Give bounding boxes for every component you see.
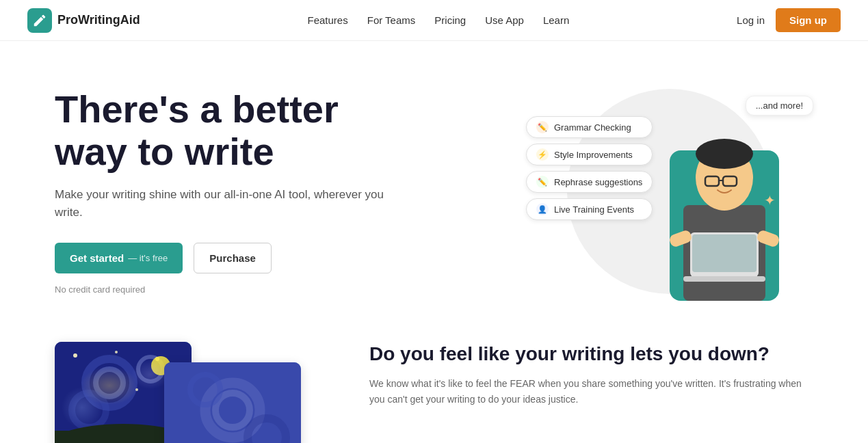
no-credit-text: No credit card required	[55, 284, 410, 295]
pill-style-label: Style Improvements	[554, 150, 633, 160]
svg-point-3	[696, 139, 753, 169]
hero-title: There's a better way to write	[55, 88, 410, 172]
hero-illustration: ✦	[649, 96, 800, 301]
svg-point-15	[96, 369, 123, 397]
navbar: ProWritingAid Features For Teams Pricing…	[0, 0, 868, 41]
training-icon: 👤	[536, 203, 549, 215]
pill-training: 👤 Live Training Events	[526, 198, 653, 220]
pill-rephrase-label: Rephrase suggestions	[554, 177, 642, 187]
pill-grammar-label: Grammar Checking	[554, 122, 631, 133]
pill-style: ⚡ Style Improvements	[526, 144, 653, 165]
hero-buttons: Get started — it's free Purchase	[55, 243, 410, 273]
nav-use-app[interactable]: Use App	[485, 14, 524, 26]
nav-for-teams[interactable]: For Teams	[367, 14, 416, 26]
svg-text:✦: ✦	[764, 193, 776, 208]
svg-point-18	[73, 353, 77, 358]
hero-left: There's a better way to write Make your …	[55, 88, 410, 295]
logo-text: ProWritingAid	[57, 13, 140, 27]
blue-card	[164, 362, 301, 443]
nav-pricing[interactable]: Pricing	[434, 14, 466, 26]
hero-section: There's a better way to write Make your …	[0, 41, 868, 328]
grammar-icon: ✏️	[536, 121, 549, 133]
svg-point-17	[72, 393, 106, 427]
nav-actions: Log in Sign up	[737, 8, 841, 32]
hero-right: ✏️ Grammar Checking ⚡ Style Improvements…	[526, 82, 813, 301]
svg-rect-8	[692, 234, 757, 272]
svg-point-20	[155, 357, 159, 361]
pill-rephrase: ✏️ Rephrase suggestions	[526, 171, 653, 193]
logo-icon	[27, 8, 52, 33]
svg-point-16	[138, 357, 163, 381]
blue-card-svg	[164, 362, 301, 443]
style-icon: ⚡	[536, 148, 549, 161]
section-two-text: Do you feel like your writing lets you d…	[369, 342, 813, 407]
svg-point-14	[86, 359, 133, 407]
section-two-title: Do you feel like your writing lets you d…	[369, 342, 813, 366]
logo-svg	[32, 13, 47, 28]
nav-features[interactable]: Features	[308, 14, 348, 26]
rephrase-icon: ✏️	[536, 176, 549, 188]
nav-learn[interactable]: Learn	[543, 14, 569, 26]
svg-point-22	[135, 388, 138, 391]
svg-point-19	[115, 351, 118, 353]
hero-subtitle: Make your writing shine with our all-in-…	[55, 186, 410, 221]
pill-grammar: ✏️ Grammar Checking	[526, 116, 653, 138]
section-two: My idea in my head Do you feel like your…	[0, 328, 868, 443]
get-started-button[interactable]: Get started — it's free	[55, 243, 183, 273]
pill-training-label: Live Training Events	[554, 204, 634, 215]
section-images: My idea in my head	[55, 342, 315, 443]
purchase-button[interactable]: Purchase	[194, 243, 272, 273]
logo[interactable]: ProWritingAid	[27, 8, 140, 33]
section-two-body: We know what it's like to feel the FEAR …	[369, 376, 813, 407]
svg-rect-9	[683, 276, 765, 282]
login-link[interactable]: Log in	[737, 14, 765, 26]
signup-button[interactable]: Sign up	[776, 8, 841, 32]
feature-pills: ✏️ Grammar Checking ⚡ Style Improvements…	[526, 116, 653, 220]
nav-links: Features For Teams Pricing Use App Learn	[308, 14, 570, 27]
